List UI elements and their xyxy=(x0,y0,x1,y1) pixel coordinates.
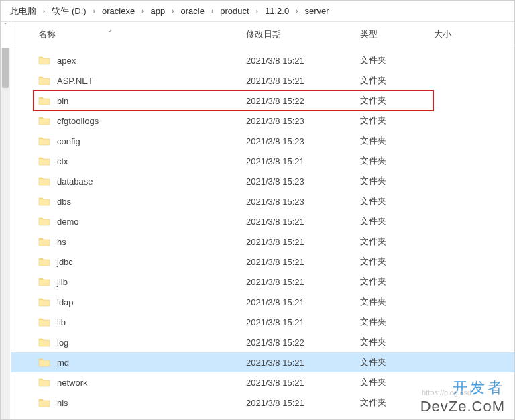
table-row[interactable]: network2021/3/8 15:21文件夹 xyxy=(11,372,514,392)
column-size-label: 大小 xyxy=(434,29,451,39)
breadcrumb-item[interactable]: app xyxy=(148,5,168,17)
file-name-label: lib xyxy=(57,317,66,327)
file-type-cell: 文件夹 xyxy=(360,115,434,127)
table-row[interactable]: apex2021/3/8 15:21文件夹 xyxy=(11,50,514,70)
folder-icon xyxy=(38,337,50,347)
chevron-right-icon[interactable]: › xyxy=(207,7,217,15)
file-name-cell: md xyxy=(38,358,246,368)
folder-icon xyxy=(38,398,50,407)
chevron-right-icon[interactable]: › xyxy=(89,7,99,15)
table-row[interactable]: jdbc2021/3/8 15:21文件夹 xyxy=(11,252,514,272)
file-date-cell: 2021/3/8 15:21 xyxy=(246,257,360,267)
breadcrumb-item[interactable]: 软件 (D:) xyxy=(49,4,89,19)
table-row[interactable]: hs2021/3/8 15:21文件夹 xyxy=(11,231,514,252)
file-name-label: cfgtoollogs xyxy=(57,116,99,126)
file-date-cell: 2021/3/8 15:21 xyxy=(246,398,360,408)
file-name-label: jlib xyxy=(57,277,68,287)
file-name-label: md xyxy=(57,358,69,368)
file-name-cell: bin xyxy=(38,96,246,106)
column-header-date[interactable]: 修改日期 xyxy=(246,28,360,40)
file-name-label: hs xyxy=(57,237,66,247)
file-name-label: apex xyxy=(57,56,76,66)
file-name-cell: database xyxy=(38,176,246,187)
table-row[interactable]: database2021/3/8 15:23文件夹 xyxy=(11,171,514,191)
breadcrumb-item[interactable]: 此电脑 xyxy=(7,4,39,19)
file-name-label: config xyxy=(57,136,80,146)
breadcrumb-item[interactable]: product xyxy=(217,5,251,17)
folder-icon xyxy=(38,277,50,286)
column-header-name[interactable]: 名称 ˆ xyxy=(38,28,246,40)
table-row[interactable]: nls2021/3/8 15:21文件夹 xyxy=(11,392,514,413)
table-row[interactable]: cfgtoollogs2021/3/8 15:23文件夹 xyxy=(11,111,514,131)
file-name-cell: hs xyxy=(38,237,246,247)
table-row[interactable]: config2021/3/8 15:23文件夹 xyxy=(11,131,514,151)
chevron-right-icon[interactable]: › xyxy=(137,7,148,15)
folder-icon xyxy=(38,217,50,226)
breadcrumb-item[interactable]: oraclexe xyxy=(99,5,137,17)
file-type-cell: 文件夹 xyxy=(360,135,434,147)
nav-collapse-icon[interactable]: ˆ xyxy=(1,22,10,32)
file-name-label: bin xyxy=(57,96,68,106)
file-name-cell: ASP.NET xyxy=(38,76,246,86)
table-row[interactable]: ldap2021/3/8 15:21文件夹 xyxy=(11,292,514,312)
file-name-cell: ctx xyxy=(38,156,246,166)
column-header-size[interactable]: 大小 xyxy=(434,28,488,40)
file-date-cell: 2021/3/8 15:21 xyxy=(246,317,360,327)
table-row[interactable]: dbs2021/3/8 15:23文件夹 xyxy=(11,191,514,211)
sort-asc-icon: ˆ xyxy=(109,30,111,38)
folder-icon xyxy=(38,237,50,246)
file-name-cell: apex xyxy=(38,56,246,66)
file-date-cell: 2021/3/8 15:21 xyxy=(246,378,360,388)
folder-icon xyxy=(38,297,50,307)
file-type-cell: 文件夹 xyxy=(360,95,434,107)
column-type-label: 类型 xyxy=(360,29,378,39)
chevron-right-icon[interactable]: › xyxy=(252,7,262,15)
table-row[interactable]: ASP.NET2021/3/8 15:21文件夹 xyxy=(11,70,514,91)
column-header-type[interactable]: 类型 xyxy=(360,28,434,40)
file-name-cell: network xyxy=(38,378,246,388)
breadcrumb-item[interactable]: 11.2.0 xyxy=(262,5,292,17)
file-date-cell: 2021/3/8 15:23 xyxy=(246,176,360,187)
table-row[interactable]: demo2021/3/8 15:21文件夹 xyxy=(11,211,514,231)
chevron-right-icon[interactable]: › xyxy=(292,7,302,15)
file-name-label: ldap xyxy=(57,297,74,307)
nav-scroll-thumb[interactable] xyxy=(2,48,9,88)
folder-icon xyxy=(38,378,50,387)
file-type-cell: 文件夹 xyxy=(360,155,434,167)
file-date-cell: 2021/3/8 15:21 xyxy=(246,156,360,166)
folder-icon xyxy=(38,358,50,367)
breadcrumb[interactable]: 此电脑›软件 (D:)›oraclexe›app›oracle›product›… xyxy=(1,1,514,22)
file-name-cell: config xyxy=(38,136,246,146)
file-name-cell: demo xyxy=(38,217,246,227)
file-name-cell: nls xyxy=(38,398,246,408)
file-name-cell: cfgtoollogs xyxy=(38,116,246,126)
folder-icon xyxy=(38,116,50,125)
nav-scrollbar[interactable] xyxy=(1,48,10,419)
content-area: ˆ 名称 ˆ 修改日期 类型 大小 apex2021/3/8 15:21文件夹A… xyxy=(1,22,514,419)
table-row[interactable]: bin2021/3/8 15:22文件夹 xyxy=(11,91,514,111)
folder-icon xyxy=(38,317,50,327)
file-list-pane: 名称 ˆ 修改日期 类型 大小 apex2021/3/8 15:21文件夹ASP… xyxy=(11,22,514,419)
table-row[interactable]: jlib2021/3/8 15:21文件夹 xyxy=(11,272,514,292)
file-name-cell: lib xyxy=(38,317,246,327)
chevron-right-icon[interactable]: › xyxy=(39,7,49,15)
file-name-label: ASP.NET xyxy=(57,76,93,86)
table-row[interactable]: ctx2021/3/8 15:21文件夹 xyxy=(11,151,514,171)
file-type-cell: 文件夹 xyxy=(360,376,434,388)
breadcrumb-item[interactable]: server xyxy=(302,5,331,17)
file-date-cell: 2021/3/8 15:23 xyxy=(246,116,360,126)
file-date-cell: 2021/3/8 15:21 xyxy=(246,297,360,307)
file-name-cell: log xyxy=(38,337,246,348)
table-row[interactable]: log2021/3/8 15:22文件夹 xyxy=(11,332,514,352)
file-type-cell: 文件夹 xyxy=(360,215,434,227)
file-type-cell: 文件夹 xyxy=(360,74,434,87)
file-type-cell: 文件夹 xyxy=(360,336,434,348)
file-date-cell: 2021/3/8 15:21 xyxy=(246,56,360,66)
breadcrumb-item[interactable]: oracle xyxy=(178,5,207,17)
chevron-right-icon[interactable]: › xyxy=(168,7,178,15)
file-type-cell: 文件夹 xyxy=(360,276,434,288)
file-date-cell: 2021/3/8 15:21 xyxy=(246,358,360,368)
table-row[interactable]: md2021/3/8 15:21文件夹 xyxy=(11,352,514,372)
table-row[interactable]: lib2021/3/8 15:21文件夹 xyxy=(11,312,514,332)
file-name-label: database xyxy=(57,176,93,187)
